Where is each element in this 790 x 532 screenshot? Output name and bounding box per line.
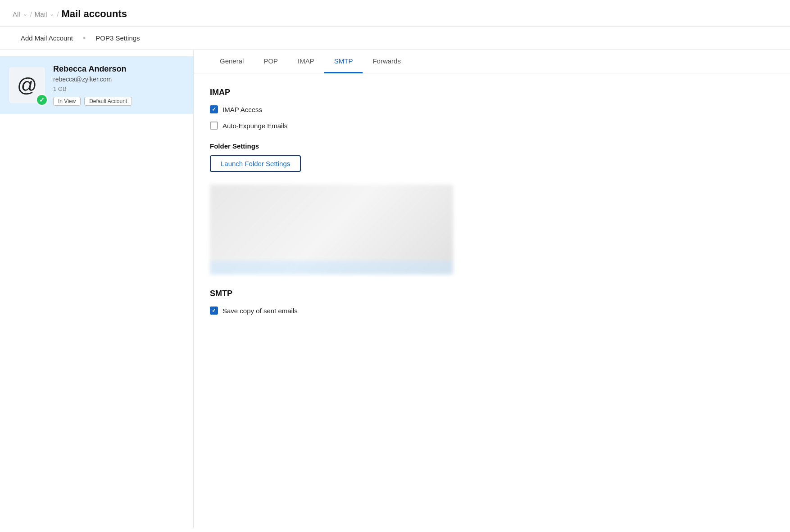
save-copy-checkbox[interactable]: ✓: [210, 307, 218, 315]
launch-folder-settings-button[interactable]: Launch Folder Settings: [210, 155, 301, 172]
breadcrumb-current: Mail accounts: [62, 8, 127, 20]
account-tags: In View Default Account: [53, 97, 132, 106]
smtp-section: SMTP ✓ Save copy of sent emails: [210, 289, 774, 315]
pop3-settings-button[interactable]: POP3 Settings: [87, 27, 148, 50]
folder-settings-section: Folder Settings Launch Folder Settings: [210, 142, 774, 172]
save-copy-label: Save copy of sent emails: [222, 307, 298, 315]
imap-access-row: ✓ IMAP Access: [210, 105, 774, 113]
content-area: IMAP ✓ IMAP Access Auto-Expunge Emails F…: [194, 73, 790, 337]
breadcrumb-separator-1: /: [30, 10, 32, 18]
left-panel: @ ✓ Rebecca Anderson rebecca@zylker.com …: [0, 50, 194, 528]
right-panel: General POP IMAP SMTP Forwards IMAP ✓: [194, 50, 790, 528]
main-layout: @ ✓ Rebecca Anderson rebecca@zylker.com …: [0, 50, 790, 528]
tab-pop[interactable]: POP: [254, 50, 288, 73]
in-view-tag[interactable]: In View: [53, 97, 81, 106]
tab-imap[interactable]: IMAP: [288, 50, 324, 73]
default-account-tag[interactable]: Default Account: [84, 97, 132, 106]
imap-access-checkbox[interactable]: ✓: [210, 105, 218, 113]
breadcrumb-chevron-mail: ⌄: [50, 11, 54, 17]
auto-expunge-checkbox[interactable]: [210, 122, 218, 130]
imap-section-header: IMAP: [210, 88, 774, 97]
account-storage: 1 GB: [53, 86, 132, 92]
save-copy-row: ✓ Save copy of sent emails: [210, 307, 774, 315]
action-bar: Add Mail Account • POP3 Settings: [0, 27, 790, 50]
auto-expunge-label: Auto-Expunge Emails: [222, 122, 287, 130]
account-name: Rebecca Anderson: [53, 64, 132, 74]
breadcrumb: All ⌄ / Mail ⌄ / Mail accounts: [0, 0, 790, 27]
at-icon: @: [17, 74, 37, 96]
account-email: rebecca@zylker.com: [53, 76, 132, 83]
imap-access-label: IMAP Access: [222, 106, 262, 113]
account-verified-badge: ✓: [36, 94, 48, 106]
blurred-content-area: [210, 185, 453, 275]
breadcrumb-all[interactable]: All: [13, 10, 20, 18]
checkmark-icon: ✓: [39, 96, 45, 104]
auto-expunge-row: Auto-Expunge Emails: [210, 122, 774, 130]
save-copy-check-icon: ✓: [212, 307, 216, 314]
action-bar-dot: •: [81, 34, 87, 42]
tab-forwards[interactable]: Forwards: [363, 50, 411, 73]
tab-smtp[interactable]: SMTP: [324, 50, 363, 73]
breadcrumb-chevron-all: ⌄: [23, 11, 27, 17]
checkbox-check-icon: ✓: [212, 106, 216, 113]
tabs: General POP IMAP SMTP Forwards: [194, 50, 790, 73]
breadcrumb-mail[interactable]: Mail: [35, 10, 47, 18]
account-avatar-wrap: @ ✓: [9, 67, 45, 103]
account-info: Rebecca Anderson rebecca@zylker.com 1 GB…: [53, 64, 132, 106]
smtp-section-header: SMTP: [210, 289, 774, 298]
account-card[interactable]: @ ✓ Rebecca Anderson rebecca@zylker.com …: [0, 56, 193, 114]
tab-general[interactable]: General: [210, 50, 254, 73]
folder-settings-label: Folder Settings: [210, 142, 774, 150]
breadcrumb-separator-2: /: [57, 10, 59, 18]
add-mail-account-button[interactable]: Add Mail Account: [13, 27, 81, 50]
